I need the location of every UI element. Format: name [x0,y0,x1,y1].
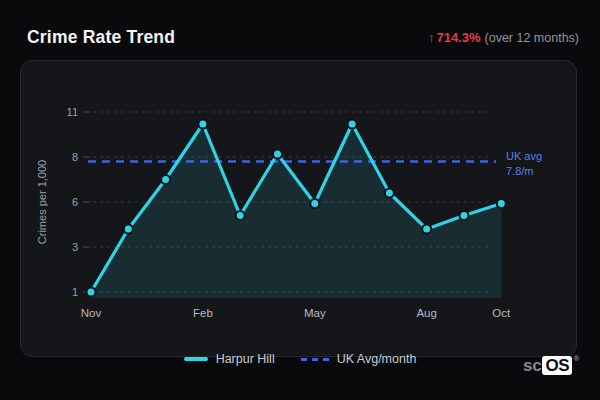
legend-label-harpur-hill: Harpur Hill [216,352,275,366]
trend-caption: (over 12 months) [485,31,579,45]
registered-mark-icon: ® [573,354,579,363]
trend-stat: ↑714.3%(over 12 months) [428,30,579,45]
svg-text:Feb: Feb [193,307,213,319]
svg-text:11: 11 [67,106,78,118]
chart-legend: Harpur Hill UK Avg/month [0,349,600,369]
page-title: Crime Rate Trend [27,27,175,48]
svg-text:7.8/m: 7.8/m [506,165,534,177]
svg-text:Nov: Nov [81,307,102,319]
chart-card: 136811UK avg7.8/mNovFebMayAugOctCrimes p… [20,60,577,357]
legend-item-harpur-hill: Harpur Hill [184,352,275,366]
svg-text:Oct: Oct [492,307,511,319]
scos-logo: scOS® [523,356,579,376]
brand-prefix: sc [523,356,541,375]
svg-text:UK avg: UK avg [506,150,542,162]
svg-text:Crimes per 1,000: Crimes per 1,000 [36,160,48,244]
svg-text:3: 3 [72,241,78,253]
legend-item-uk-avg: UK Avg/month [301,352,417,366]
trend-value: 714.3% [436,30,480,45]
brand-suffix: OS [542,356,572,375]
svg-text:8: 8 [72,151,78,163]
legend-label-uk-avg: UK Avg/month [337,352,417,366]
svg-text:May: May [304,307,326,319]
trend-up-arrow-icon: ↑ [428,30,435,45]
dashed-line-swatch-icon [301,358,329,361]
svg-text:Aug: Aug [416,307,436,319]
svg-text:1: 1 [72,286,78,298]
line-swatch-icon [184,357,208,361]
crime-trend-line-chart: 136811UK avg7.8/mNovFebMayAugOctCrimes p… [21,61,576,356]
svg-text:6: 6 [72,196,78,208]
